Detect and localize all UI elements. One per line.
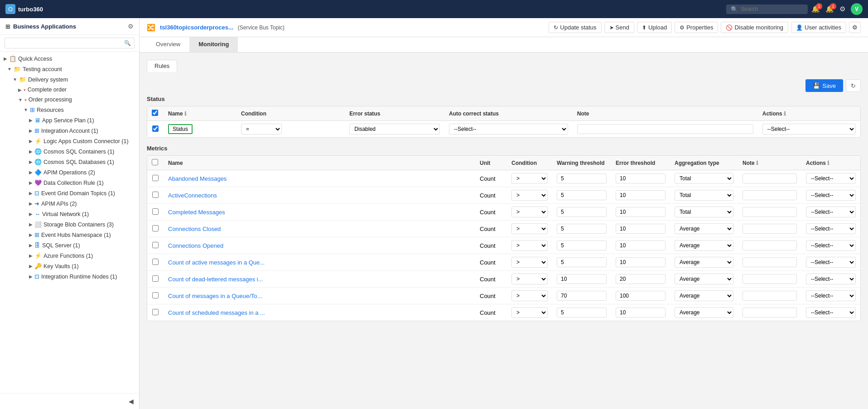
- user-activities-button[interactable]: 👤 User activities: [791, 22, 846, 33]
- tab-monitoring[interactable]: Monitoring: [189, 37, 238, 52]
- sidebar-item-testing-account[interactable]: ▼ 📁 Testing account: [0, 64, 139, 74]
- tab-overview[interactable]: Overview: [147, 37, 189, 52]
- metrics-action-select[interactable]: --Select--: [806, 274, 856, 284]
- search-box[interactable]: 🔍: [726, 5, 808, 14]
- metrics-warning-input[interactable]: [557, 308, 607, 318]
- metrics-aggregation-select[interactable]: Average: [675, 307, 733, 318]
- metrics-note-input[interactable]: [743, 291, 797, 301]
- metrics-row-checkbox[interactable]: [152, 275, 159, 282]
- collapse-sidebar-button[interactable]: ◀: [126, 396, 136, 406]
- sidebar-item-apim-operations[interactable]: ▶ 🔷 APIM Operations (2): [0, 167, 139, 178]
- sidebar-item-quick-access[interactable]: ▶ 📋 Quick Access: [0, 53, 139, 64]
- sidebar-item-app-service-plan[interactable]: ▶ 🖥 App Service Plan (1): [0, 115, 139, 125]
- user-avatar[interactable]: V: [851, 3, 863, 15]
- metrics-aggregation-select[interactable]: Total: [675, 207, 733, 217]
- sidebar-item-event-hubs[interactable]: ▶ ⊞ Event Hubs Namespace (1): [0, 230, 139, 240]
- metrics-error-input[interactable]: [616, 224, 665, 234]
- metrics-note-input[interactable]: [743, 241, 797, 250]
- sidebar-item-order-processing[interactable]: ▼ ● Order processing: [0, 95, 139, 105]
- status-note-input[interactable]: [577, 124, 753, 134]
- metrics-name-link[interactable]: ActiveConnections: [168, 192, 217, 199]
- metrics-note-input[interactable]: [743, 274, 797, 284]
- metrics-action-select[interactable]: --Select--: [806, 223, 856, 234]
- metrics-error-input[interactable]: [616, 241, 665, 250]
- sidebar-item-integration-runtime[interactable]: ▶ ⊡ Integration Runtime Nodes (1): [0, 271, 139, 282]
- metrics-note-input[interactable]: [743, 173, 797, 183]
- sidebar-settings-icon[interactable]: ⚙: [128, 23, 134, 30]
- metrics-error-input[interactable]: [616, 308, 665, 318]
- metrics-condition-select[interactable]: >: [511, 290, 548, 301]
- metrics-warning-input[interactable]: [557, 224, 607, 234]
- metrics-action-select[interactable]: --Select--: [806, 257, 856, 268]
- sidebar-item-resources[interactable]: ▼ ⊞ Resources: [0, 105, 139, 115]
- update-status-button[interactable]: ↻ Update status: [549, 22, 601, 33]
- disable-monitoring-button[interactable]: 🚫 Disable monitoring: [721, 22, 788, 33]
- metrics-action-select[interactable]: --Select--: [806, 307, 856, 318]
- alerts-icon[interactable]: 🔔 1: [825, 5, 834, 13]
- metrics-warning-input[interactable]: [557, 190, 607, 200]
- sidebar-item-key-vaults[interactable]: ▶ 🔑 Key Vaults (1): [0, 261, 139, 271]
- metrics-row-checkbox[interactable]: [152, 242, 159, 248]
- metrics-condition-select[interactable]: >: [511, 173, 548, 184]
- metrics-row-checkbox[interactable]: [152, 192, 159, 198]
- properties-button[interactable]: ⚙ Properties: [675, 22, 718, 33]
- rules-tab-button[interactable]: Rules: [147, 60, 177, 72]
- metrics-aggregation-select[interactable]: Total: [675, 190, 733, 201]
- metrics-note-input[interactable]: [743, 308, 797, 318]
- metrics-name-link[interactable]: Abandoned Messages: [168, 175, 227, 182]
- metrics-aggregation-select[interactable]: Average: [675, 290, 733, 301]
- more-options-button[interactable]: ⚙: [849, 22, 861, 33]
- status-row-checkbox[interactable]: [152, 125, 159, 132]
- status-auto-correct-select[interactable]: --Select--: [449, 124, 568, 135]
- metrics-name-link[interactable]: Count of active messages in a Que...: [168, 259, 265, 266]
- metrics-row-checkbox[interactable]: [152, 309, 159, 315]
- settings-icon[interactable]: ⚙: [839, 5, 845, 13]
- metrics-note-input[interactable]: [743, 190, 797, 200]
- actions-info-icon[interactable]: ℹ: [784, 111, 786, 117]
- metrics-row-checkbox[interactable]: [152, 225, 159, 231]
- metrics-action-select[interactable]: --Select--: [806, 240, 856, 251]
- metrics-actions-info-icon[interactable]: ℹ: [827, 160, 829, 166]
- status-condition-select[interactable]: =: [241, 124, 282, 135]
- send-button[interactable]: ➤ Send: [604, 22, 634, 33]
- metrics-aggregation-select[interactable]: Total: [675, 173, 733, 184]
- notifications-icon[interactable]: 🔔 1: [811, 5, 820, 13]
- metrics-action-select[interactable]: --Select--: [806, 173, 856, 184]
- metrics-action-select[interactable]: --Select--: [806, 190, 856, 201]
- metrics-error-input[interactable]: [616, 257, 665, 267]
- metrics-condition-select[interactable]: >: [511, 240, 548, 251]
- sidebar-item-complete-order[interactable]: ▶ ● Complete order: [0, 85, 139, 95]
- refresh-button[interactable]: ↻: [846, 79, 861, 92]
- name-info-icon[interactable]: ℹ: [184, 111, 187, 117]
- sidebar-search-input[interactable]: [5, 38, 135, 48]
- metrics-warning-input[interactable]: [557, 291, 607, 301]
- metrics-warning-input[interactable]: [557, 173, 607, 183]
- metrics-name-link[interactable]: Count of dead-lettered messages i...: [168, 276, 263, 283]
- sidebar-item-storage-blob[interactable]: ▶ ⬜ Storage Blob Containers (3): [0, 219, 139, 230]
- metrics-row-checkbox[interactable]: [152, 175, 159, 181]
- metrics-warning-input[interactable]: [557, 207, 607, 217]
- metrics-note-input[interactable]: [743, 257, 797, 267]
- metrics-row-checkbox[interactable]: [152, 292, 159, 298]
- status-action-select[interactable]: --Select--: [762, 124, 856, 135]
- metrics-name-link[interactable]: Count of messages in a Queue/To...: [168, 293, 262, 299]
- metrics-name-link[interactable]: Count of scheduled messages in a ...: [168, 309, 265, 316]
- metrics-select-all-checkbox[interactable]: [152, 159, 158, 165]
- metrics-note-input[interactable]: [743, 224, 797, 234]
- metrics-error-input[interactable]: [616, 190, 665, 200]
- sidebar-item-cosmos-sql-databases[interactable]: ▶ 🌐 Cosmos SQL Databases (1): [0, 157, 139, 167]
- sidebar-item-virtual-network[interactable]: ▶ ↔ Virtual Network (1): [0, 209, 139, 219]
- metrics-action-select[interactable]: --Select--: [806, 290, 856, 301]
- metrics-action-select[interactable]: --Select--: [806, 207, 856, 217]
- metrics-condition-select[interactable]: >: [511, 257, 548, 268]
- metrics-error-input[interactable]: [616, 207, 665, 217]
- sidebar-item-event-grid[interactable]: ▶ ⊡ Event Grid Domain Topics (1): [0, 188, 139, 198]
- sidebar-item-cosmos-sql-containers[interactable]: ▶ 🌐 Cosmos SQL Containers (1): [0, 146, 139, 157]
- sidebar-item-azure-functions[interactable]: ▶ ⚡ Azure Functions (1): [0, 250, 139, 261]
- sidebar-item-logic-apps-connector[interactable]: ▶ ⚡ Logic Apps Custom Connector (1): [0, 136, 139, 146]
- metrics-warning-input[interactable]: [557, 257, 607, 267]
- sidebar-item-sql-server[interactable]: ▶ 🗄 SQL Server (1): [0, 240, 139, 250]
- status-select-all-checkbox[interactable]: [152, 110, 158, 116]
- metrics-name-link[interactable]: Connections Closed: [168, 226, 221, 232]
- metrics-name-link[interactable]: Connections Opened: [168, 242, 223, 249]
